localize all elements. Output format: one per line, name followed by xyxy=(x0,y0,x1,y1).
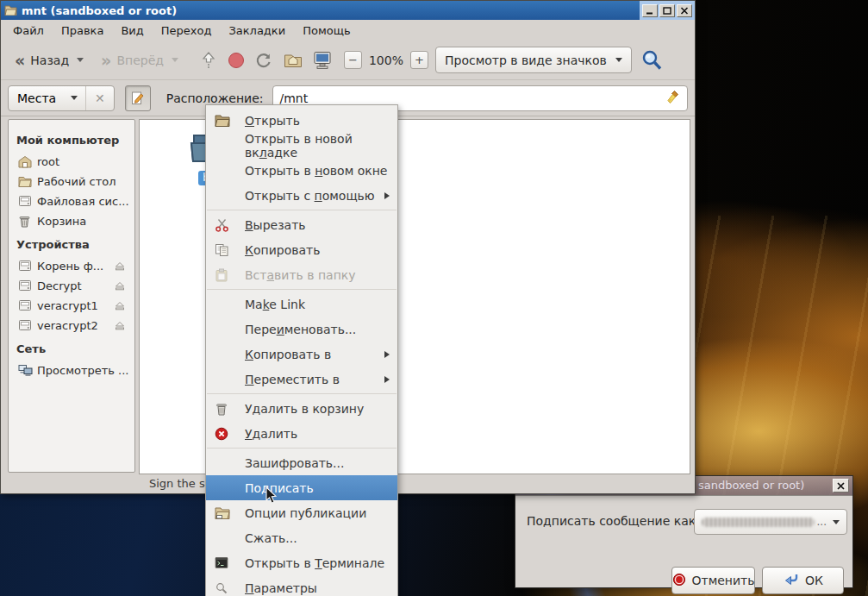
context-menu-item-label: Копировать xyxy=(245,243,320,257)
terminal-icon xyxy=(215,555,232,570)
key-select-dropdown[interactable]: ... xyxy=(694,509,847,535)
view-mode-label: Просмотр в виде значков xyxy=(445,53,607,67)
menubar-item[interactable]: Правка xyxy=(53,22,112,40)
context-menu-item[interactable]: Открыть в новой вкладке xyxy=(206,133,397,158)
context-menu-item-label: Открыть в Терминале xyxy=(245,556,384,570)
submenu-arrow-icon xyxy=(384,192,390,199)
context-menu-item[interactable]: Открыть с помощью xyxy=(206,183,397,208)
context-menu-item[interactable]: Make Link xyxy=(206,292,397,317)
submenu-arrow-icon xyxy=(384,351,390,358)
eject-icon[interactable] xyxy=(114,280,128,292)
drive-icon xyxy=(18,279,33,293)
cancel-button[interactable]: Отменить xyxy=(671,567,755,594)
sidebar-section-header: Сеть xyxy=(16,342,134,355)
context-menu-item[interactable]: Открыть в Терминале xyxy=(206,550,397,575)
menu-item-icon-spacer xyxy=(215,372,232,386)
computer-button[interactable] xyxy=(311,49,334,72)
context-menu-item[interactable]: Переименовать... xyxy=(206,317,397,342)
back-button[interactable]: « Назад xyxy=(9,50,89,71)
context-menu-item[interactable]: Удалить в корзину xyxy=(206,396,397,421)
edit-location-toggle[interactable] xyxy=(125,85,151,111)
menubar-item[interactable]: Переход xyxy=(153,22,221,40)
screen: { "window": { "title": "mnt (sandboxed o… xyxy=(0,0,868,596)
sign-as-label: Подписать сообщение как: xyxy=(527,514,700,528)
context-menu-item[interactable]: Удалить xyxy=(206,421,397,446)
places-dropdown[interactable]: Места ✕ xyxy=(8,85,115,111)
menubar-item[interactable]: Помощь xyxy=(294,22,359,40)
search-button[interactable] xyxy=(640,49,663,72)
sidebar-item-label: Decrypt xyxy=(37,279,114,292)
sidebar-item-label: Файловая сис... xyxy=(37,195,134,208)
back-history-chevron-icon[interactable] xyxy=(77,58,84,62)
menu-separator xyxy=(207,289,397,290)
context-menu-item-label: Открыть в новой вкладке xyxy=(245,132,390,160)
context-menu-item[interactable]: Переместить в xyxy=(206,367,397,392)
clear-location-icon[interactable] xyxy=(666,90,680,107)
sidebar-item[interactable]: root xyxy=(16,152,134,172)
back-button-label: Назад xyxy=(30,53,69,67)
context-menu-item[interactable]: Зашифровать... xyxy=(206,450,397,475)
params-icon xyxy=(215,580,232,595)
eject-icon[interactable] xyxy=(114,260,128,273)
minimize-icon[interactable] xyxy=(642,4,658,17)
drive-icon xyxy=(18,299,33,313)
zoom-out-button[interactable]: − xyxy=(344,51,362,69)
location-path-value: /mnt xyxy=(280,91,667,105)
context-menu-item[interactable]: Параметры xyxy=(206,575,397,596)
zoom-in-button[interactable]: + xyxy=(410,51,428,69)
places-label: Места xyxy=(9,91,71,105)
context-menu-item[interactable]: Открыть xyxy=(206,108,397,133)
ok-icon xyxy=(783,573,799,589)
toolbar: « Назад » Вперёд xyxy=(1,41,695,80)
sidebar-item[interactable]: Просмотреть ... xyxy=(16,361,134,380)
view-mode-dropdown[interactable]: Просмотр в виде значков xyxy=(435,47,632,73)
folder-open-icon xyxy=(215,113,232,128)
menubar-item[interactable]: Закладки xyxy=(220,22,294,40)
sidebar-item[interactable]: Корзина xyxy=(16,211,134,231)
sidebar-item[interactable]: Decrypt xyxy=(16,276,134,296)
context-menu-item[interactable]: Копировать в xyxy=(206,342,397,367)
context-menu-item-label: Удалить в корзину xyxy=(245,402,364,416)
drive-icon xyxy=(18,319,33,333)
ok-button[interactable]: ОК xyxy=(762,567,844,594)
sidebar-item[interactable]: veracrypt2 xyxy=(16,316,134,336)
menu-item-icon-spacer xyxy=(215,188,232,203)
sidebar-item[interactable]: Рабочий стол xyxy=(16,172,134,191)
sign-dialog-title: sandboxed or root) xyxy=(698,479,804,492)
eject-icon[interactable] xyxy=(114,320,128,332)
forward-history-chevron-icon[interactable] xyxy=(172,58,178,62)
reload-button[interactable] xyxy=(253,49,275,72)
eject-icon[interactable] xyxy=(114,300,128,312)
sidebar-item[interactable]: veracrypt1 xyxy=(16,296,134,316)
close-icon[interactable] xyxy=(677,4,692,17)
stop-button[interactable] xyxy=(225,49,247,72)
sidebar-item[interactable]: Файловая сис... xyxy=(16,191,134,211)
context-menu-item-label: Переместить в xyxy=(245,373,340,386)
delete-icon xyxy=(215,426,232,441)
cancel-icon xyxy=(672,573,686,589)
context-menu-item[interactable]: Открыть в новом окне xyxy=(206,158,397,183)
context-menu-item-label: Опции публикации xyxy=(245,506,366,520)
context-menu-item[interactable]: Опции публикации xyxy=(206,500,397,525)
forward-button[interactable]: » Вперёд xyxy=(96,50,184,71)
context-menu-item-label: Переименовать... xyxy=(245,323,356,336)
maximize-icon[interactable] xyxy=(659,4,675,17)
context-menu-item[interactable]: Вырезать xyxy=(206,212,397,237)
up-button[interactable] xyxy=(197,49,220,72)
home-button[interactable] xyxy=(282,49,304,72)
menubar-item[interactable]: Файл xyxy=(4,22,53,40)
menu-item-icon-spacer xyxy=(215,297,232,311)
chevron-down-icon xyxy=(71,96,78,100)
close-icon[interactable] xyxy=(833,479,849,492)
context-menu-item[interactable]: Копировать xyxy=(206,237,397,262)
context-menu-item: Вставить в папку xyxy=(206,262,397,287)
context-menu-item[interactable]: Сжать... xyxy=(206,525,397,550)
menu-separator xyxy=(207,210,397,210)
menu-separator xyxy=(207,393,397,394)
window-titlebar[interactable]: mnt (sandboxed or root) xyxy=(1,1,695,20)
sidebar-item[interactable]: Корень ф... xyxy=(16,256,134,276)
menubar-item[interactable]: Вид xyxy=(112,22,152,40)
trash-sm-icon xyxy=(18,215,33,229)
context-menu-item[interactable]: Подписать xyxy=(206,475,397,500)
places-close-button[interactable]: ✕ xyxy=(85,86,114,110)
